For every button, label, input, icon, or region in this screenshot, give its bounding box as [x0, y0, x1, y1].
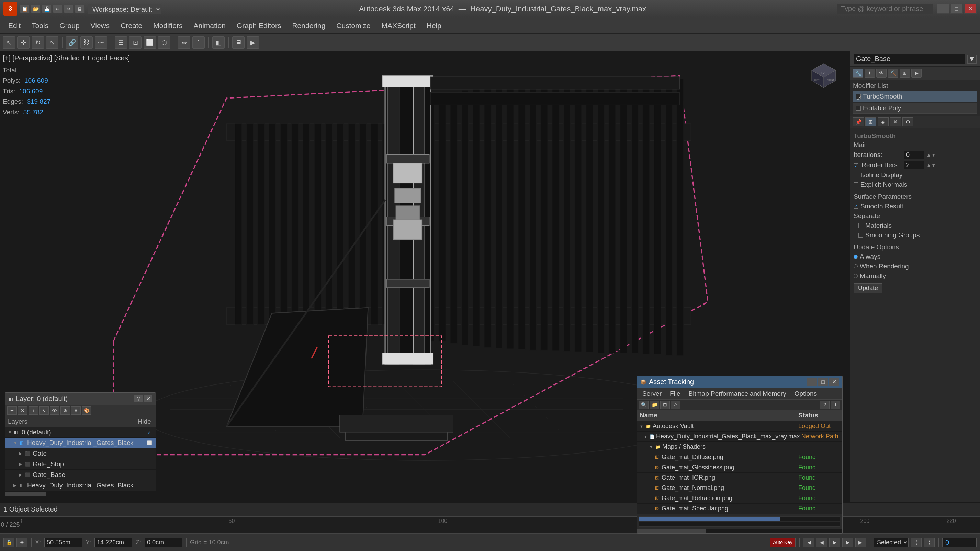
layer-color-btn[interactable]: 🎨 — [82, 407, 91, 415]
asset-minimize-btn[interactable]: ─ — [807, 378, 817, 386]
menu-graph-editors[interactable]: Graph Editors — [232, 20, 286, 31]
asset-row-diffuse[interactable]: 🖼 Gate_mat_Diffuse.png Found — [637, 452, 842, 462]
asset-expand-vault[interactable]: ▼ — [640, 424, 644, 429]
asset-expand-main-file[interactable]: ▼ — [644, 435, 648, 439]
select-filter[interactable]: ☰ — [115, 37, 127, 49]
menu-animation[interactable]: Animation — [189, 20, 230, 31]
magnet-btn[interactable]: ⊕ — [16, 538, 27, 547]
panel-icon-utilities[interactable]: 🔨 — [888, 69, 898, 78]
window-crossing[interactable]: ⬡ — [158, 37, 170, 49]
close-btn[interactable]: ✕ — [964, 4, 977, 14]
layer-render-btn[interactable]: 🖥 — [71, 407, 81, 415]
quick-render[interactable]: ▶ — [247, 37, 259, 49]
iterations-spinner[interactable]: ▲▼ — [926, 152, 936, 157]
asset-help-btn[interactable]: ? — [820, 401, 830, 409]
menu-views[interactable]: Views — [86, 20, 115, 31]
layer-scrollbar[interactable] — [5, 491, 156, 496]
render-iters-input[interactable] — [904, 161, 924, 169]
menu-rendering[interactable]: Rendering — [287, 20, 330, 31]
bind-space-warp[interactable]: 〜 — [95, 37, 107, 49]
auto-key-btn[interactable]: Auto Key — [770, 538, 795, 547]
coord-z-input[interactable] — [145, 538, 182, 547]
layer-expand-default[interactable]: ▼ — [8, 430, 13, 435]
link-tool[interactable]: 🔗 — [66, 37, 78, 49]
layer-item-gates-black-2[interactable]: ▶ ◧ Heavy_Duty_Industrial_Gates_Black — [5, 480, 156, 491]
asset-scroll-bar[interactable] — [637, 529, 842, 534]
panel-icon-motion[interactable]: ▶ — [911, 69, 922, 78]
materials-checkbox[interactable] — [858, 223, 863, 228]
make-unique-btn[interactable]: ◈ — [878, 118, 889, 126]
lock-btn[interactable]: 🔒 — [3, 538, 14, 547]
asset-row-refraction[interactable]: 🖼 Gate_mat_Refraction.png Found — [637, 493, 842, 503]
prev-frame-btn[interactable]: ◀ — [816, 538, 827, 547]
asset-row-vault[interactable]: ▼ 📁 Autodesk Vault Logged Out — [637, 421, 842, 432]
layer-expand-gate-stop[interactable]: ▶ — [19, 462, 24, 467]
key-mode-btn[interactable]: ⟨ — [911, 538, 922, 547]
next-frame-btn[interactable]: ▶ — [842, 538, 853, 547]
layer-item-gate[interactable]: ▶ ⬛ Gate — [5, 448, 156, 459]
save-btn[interactable]: 💾 — [42, 5, 51, 13]
render-iters-checkbox[interactable]: ✓ — [854, 164, 858, 168]
nav-cube[interactable]: TOP FRONT LEFT — [805, 58, 843, 96]
isoline-checkbox[interactable] — [854, 173, 858, 178]
layer-help-btn[interactable]: ? — [134, 395, 143, 402]
menu-modifiers[interactable]: Modifiers — [148, 20, 187, 31]
open-btn[interactable]: 📂 — [31, 5, 41, 13]
menu-edit[interactable]: Edit — [3, 20, 25, 31]
play-btn[interactable]: ▶ — [829, 538, 840, 547]
layer-scrollbar-thumb[interactable] — [5, 492, 46, 496]
asset-menu-bitmap[interactable]: Bitmap Performance and Memory — [685, 389, 790, 399]
menu-customize[interactable]: Customize — [331, 20, 375, 31]
remove-modifier-btn[interactable]: ✕ — [890, 118, 901, 126]
render-btn[interactable]: 🖥 — [232, 37, 245, 49]
asset-expand-maps[interactable]: ▼ — [649, 445, 654, 449]
modifier-turbsmooth[interactable]: ✓ TurboSmooth — [853, 91, 977, 102]
asset-row-main-file[interactable]: ▼ 📄 Heavy_Duty_Industrial_Gates_Black_ma… — [637, 432, 842, 442]
redo-btn[interactable]: ↪ — [64, 5, 73, 13]
key-mode-btn-2[interactable]: ⟩ — [924, 538, 935, 547]
search-input[interactable] — [837, 4, 933, 14]
layer-new-btn[interactable]: ✦ — [7, 407, 17, 415]
modifier-editable-poly[interactable]: Editable Poly — [853, 103, 977, 114]
object-name-field[interactable]: ▼ — [850, 51, 980, 67]
explicit-normals-checkbox[interactable] — [854, 182, 858, 187]
asset-panel-header[interactable]: 📦 Asset Tracking ─ □ ✕ — [637, 376, 842, 388]
asset-menu-server[interactable]: Server — [639, 389, 665, 399]
layer-item-gate-base[interactable]: ▶ ⬛ Gate_Base — [5, 470, 156, 480]
menu-help[interactable]: Help — [422, 20, 446, 31]
layer-item-gates-black[interactable]: ▼ ◧ Heavy_Duty_Industrial_Gates_Black ⬜ — [5, 438, 156, 448]
menu-group[interactable]: Group — [55, 20, 84, 31]
unlink-tool[interactable]: ⛓ — [80, 37, 93, 49]
layer-item-default[interactable]: ▼ ◧ 0 (default) ✓ — [5, 427, 156, 438]
manually-radio[interactable] — [854, 274, 858, 278]
layer-expand-gates[interactable]: ▼ — [13, 440, 18, 445]
always-radio[interactable] — [854, 255, 858, 259]
smooth-result-checkbox[interactable]: ✓ — [854, 204, 858, 209]
layer-expand-gate-base[interactable]: ▶ — [19, 472, 24, 477]
go-to-end-btn[interactable]: ▶| — [855, 538, 866, 547]
select-by-name[interactable]: ⊡ — [129, 37, 142, 49]
asset-scroll-thumb[interactable] — [637, 529, 706, 534]
mirror-tool[interactable]: ⇔ — [178, 37, 190, 49]
layer-freeze-btn[interactable]: ❄ — [60, 407, 70, 415]
layer-delete-btn[interactable]: ✕ — [18, 407, 27, 415]
asset-menu-options[interactable]: Options — [791, 389, 820, 399]
asset-merge-btn[interactable]: ⊞ — [660, 401, 670, 409]
move-tool[interactable]: ✛ — [17, 37, 30, 49]
layer-panel-header[interactable]: ◧ Layer: 0 (default) ? ✕ — [5, 393, 156, 405]
menu-tools[interactable]: Tools — [27, 20, 53, 31]
coord-y-input[interactable] — [94, 538, 132, 547]
layer-hide-btn[interactable]: 👁 — [50, 407, 59, 415]
asset-row-normal[interactable]: 🖼 Gate_mat_Normal.png Found — [637, 483, 842, 493]
asset-path-btn[interactable]: 📁 — [649, 401, 659, 409]
asset-menu-file[interactable]: File — [667, 389, 684, 399]
panel-icon-create[interactable]: ✦ — [865, 69, 875, 78]
asset-info-btn[interactable]: ℹ — [830, 401, 840, 409]
align-tool[interactable]: ⋮ — [192, 37, 205, 49]
undo-btn[interactable]: ↩ — [53, 5, 62, 13]
layer-expand-gate[interactable]: ▶ — [19, 451, 24, 456]
modifier-checkbox-turbsmooth[interactable]: ✓ — [856, 94, 861, 99]
object-name-input[interactable] — [854, 54, 965, 64]
menu-create[interactable]: Create — [116, 20, 147, 31]
panel-icon-hierarchy[interactable]: ⊞ — [900, 69, 910, 78]
